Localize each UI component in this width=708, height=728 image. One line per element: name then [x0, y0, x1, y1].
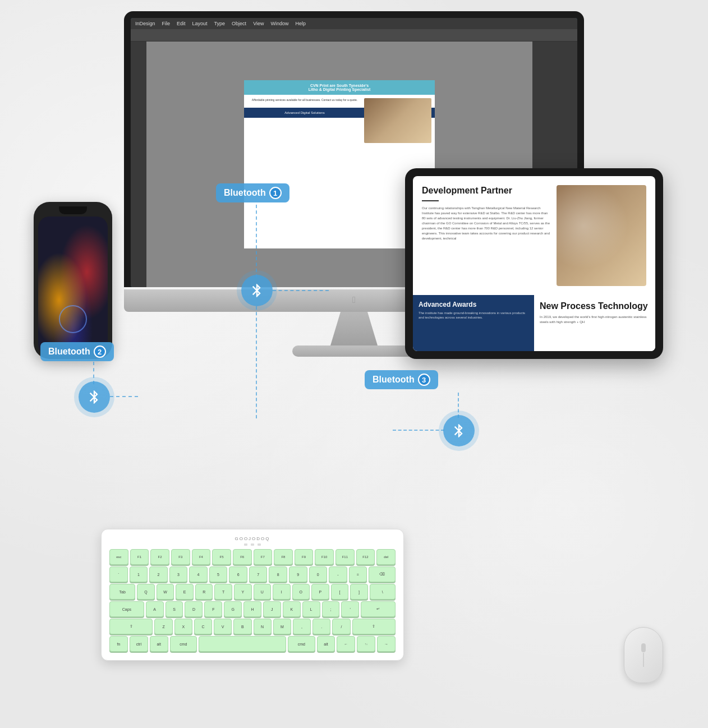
bt1-text: Bluetooth	[224, 188, 266, 198]
key-f2[interactable]: F2	[150, 549, 169, 565]
key-enter[interactable]: ↵	[361, 601, 396, 617]
key-alt-r[interactable]: alt	[317, 636, 335, 652]
key-f10[interactable]: F10	[315, 549, 334, 565]
key-u[interactable]: U	[254, 584, 272, 600]
key-4[interactable]: 4	[189, 566, 208, 582]
key-f5[interactable]: F5	[212, 549, 231, 565]
imac-doc-header-text: CVN Print are South Tyneside'sLitho & Di…	[309, 84, 370, 91]
key-equals[interactable]: =	[349, 566, 367, 582]
key-2[interactable]: 2	[149, 566, 168, 582]
keyboard-num-row: ` 1 2 3 4 5 6 7 8 9 0 - = ⌫	[109, 566, 396, 582]
key-j[interactable]: J	[263, 601, 281, 617]
key-f7[interactable]: F7	[254, 549, 273, 565]
key-comma[interactable]: ,	[293, 619, 311, 634]
key-esc[interactable]: esc	[109, 549, 128, 565]
key-arrow-updown[interactable]: ↑↓	[357, 636, 375, 652]
key-rshift[interactable]: ⇧	[352, 619, 396, 634]
key-ctrl[interactable]: ctrl	[130, 636, 148, 652]
key-b[interactable]: B	[233, 619, 251, 634]
key-m[interactable]: M	[273, 619, 291, 634]
key-q[interactable]: Q	[137, 584, 155, 600]
dashed-line-3a	[458, 393, 459, 418]
phone-notch	[59, 206, 87, 214]
key-1[interactable]: 1	[130, 566, 148, 582]
key-a[interactable]: A	[146, 601, 164, 617]
key-rbracket[interactable]: ]	[350, 584, 368, 600]
key-tab[interactable]: Tab	[109, 584, 135, 600]
imac-tools-panel	[131, 42, 146, 287]
key-lshift[interactable]: ⇧	[109, 619, 153, 634]
key-f9[interactable]: F9	[295, 549, 314, 565]
bluetooth-label-1: Bluetooth 1	[216, 183, 289, 202]
key-minus[interactable]: -	[329, 566, 347, 582]
key-c[interactable]: C	[194, 619, 212, 634]
key-z[interactable]: Z	[154, 619, 172, 634]
key-backslash[interactable]: \	[370, 584, 396, 600]
phone-fingerprint-icon	[59, 305, 87, 333]
key-f12[interactable]: F12	[356, 549, 375, 565]
key-l[interactable]: L	[302, 601, 320, 617]
bluetooth-symbol-2	[86, 389, 102, 405]
key-y[interactable]: Y	[234, 584, 252, 600]
key-v[interactable]: V	[214, 619, 232, 634]
key-f3[interactable]: F3	[171, 549, 190, 565]
key-6[interactable]: 6	[229, 566, 247, 582]
key-arrow-left[interactable]: ←	[337, 636, 355, 652]
tablet-body-text: Our continuing relationships with Tsingh…	[422, 206, 550, 241]
key-f11[interactable]: F11	[335, 549, 355, 565]
key-capslock[interactable]: Caps	[109, 601, 144, 617]
bluetooth-icon-2	[79, 381, 110, 413]
key-cmd-r[interactable]: cmd	[288, 636, 315, 652]
keyboard-fn-row: esc F1 F2 F3 F4 F5 F6 F7 F8 F9 F10 F11 F…	[109, 549, 396, 565]
key-3[interactable]: 3	[169, 566, 188, 582]
key-w[interactable]: W	[157, 584, 174, 600]
key-h[interactable]: H	[243, 601, 261, 617]
menu-item: Layout	[192, 21, 208, 26]
imac-stand	[320, 312, 388, 345]
key-fn[interactable]: fn	[109, 636, 128, 652]
tablet-device: Development Partner Our continuing relat…	[405, 168, 674, 359]
key-f4[interactable]: F4	[192, 549, 211, 565]
key-slash[interactable]: /	[332, 619, 350, 634]
key-f1[interactable]: F1	[130, 549, 149, 565]
key-0[interactable]: 0	[309, 566, 328, 582]
dashed-line-1a	[256, 205, 257, 278]
key-backtick[interactable]: `	[109, 566, 128, 582]
key-8[interactable]: 8	[269, 566, 287, 582]
key-semicolon[interactable]: ;	[322, 601, 340, 617]
keyboard-bottom-row: fn ctrl alt cmd cmd alt ← ↑↓ →	[109, 636, 396, 652]
key-i[interactable]: I	[273, 584, 291, 600]
key-quote[interactable]: '	[341, 601, 359, 617]
key-7[interactable]: 7	[249, 566, 268, 582]
key-space[interactable]	[199, 636, 286, 652]
key-period[interactable]: .	[312, 619, 330, 634]
key-e[interactable]: E	[176, 584, 194, 600]
key-f6[interactable]: F6	[233, 549, 252, 565]
key-f[interactable]: F	[204, 601, 222, 617]
key-p[interactable]: P	[311, 584, 329, 600]
key-5[interactable]: 5	[209, 566, 228, 582]
key-n[interactable]: N	[254, 619, 272, 634]
tablet-blue-title: Advanced Awards	[419, 301, 528, 308]
key-k[interactable]: K	[283, 601, 301, 617]
main-scene: InDesign File Edit Layout Type Object Vi…	[0, 0, 708, 728]
key-o[interactable]: O	[292, 584, 310, 600]
key-arrow-right[interactable]: →	[377, 636, 396, 652]
key-x[interactable]: X	[174, 619, 192, 634]
key-del[interactable]: del	[376, 549, 396, 565]
keyboard-zxcv-row: ⇧ Z X C V B N M , . / ⇧	[109, 619, 396, 634]
key-cmd-l[interactable]: cmd	[170, 636, 197, 652]
key-lbracket[interactable]: [	[331, 584, 349, 600]
key-t[interactable]: T	[214, 584, 232, 600]
key-f8[interactable]: F8	[274, 549, 293, 565]
key-g[interactable]: G	[224, 601, 242, 617]
phone-body	[34, 202, 112, 359]
key-backspace[interactable]: ⌫	[369, 566, 396, 582]
key-r[interactable]: R	[195, 584, 213, 600]
dashed-line-2a	[93, 362, 94, 384]
key-s[interactable]: S	[165, 601, 183, 617]
key-alt-l[interactable]: alt	[150, 636, 168, 652]
key-d[interactable]: D	[185, 601, 203, 617]
menu-item: File	[162, 21, 171, 26]
key-9[interactable]: 9	[289, 566, 307, 582]
